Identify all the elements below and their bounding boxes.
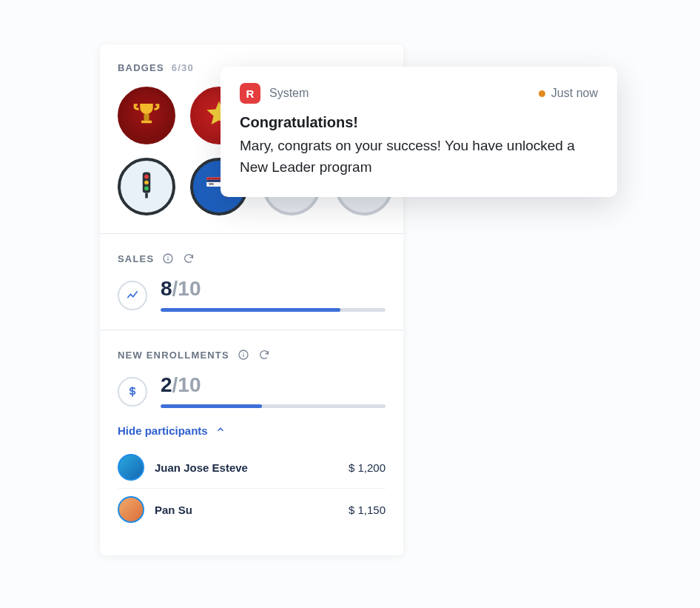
enrollments-metric: 2/10 bbox=[118, 375, 386, 408]
badge-traffic-light[interactable] bbox=[118, 158, 175, 216]
avatar bbox=[118, 496, 144, 523]
sales-value: 8/10 bbox=[161, 278, 386, 299]
badges-count: 6/30 bbox=[172, 62, 194, 73]
svg-rect-1 bbox=[141, 121, 152, 124]
app-icon: R bbox=[240, 83, 260, 104]
toast-header: R System Just now bbox=[240, 83, 598, 104]
sales-title: SALES bbox=[118, 253, 154, 264]
sales-progress-fill bbox=[161, 308, 340, 312]
participant-amount: $ 1,200 bbox=[349, 461, 386, 474]
enrollments-progress bbox=[161, 404, 386, 408]
app-icon-initial: R bbox=[246, 87, 255, 100]
refresh-icon[interactable] bbox=[258, 348, 271, 361]
enrollments-metric-body: 2/10 bbox=[161, 375, 386, 408]
svg-rect-8 bbox=[145, 193, 148, 198]
sales-progress bbox=[161, 308, 386, 312]
enrollments-header: NEW ENROLLMENTS bbox=[118, 348, 386, 361]
status-dot-icon bbox=[539, 90, 545, 97]
participant-name: Pan Su bbox=[155, 504, 338, 516]
sales-metric: 8/10 bbox=[118, 278, 386, 312]
info-icon[interactable] bbox=[161, 252, 175, 265]
sales-metric-body: 8/10 bbox=[161, 278, 386, 312]
svg-text:WE: WE bbox=[209, 182, 214, 186]
hide-participants-toggle[interactable]: Hide participants bbox=[118, 424, 226, 437]
toast-time-text: Just now bbox=[551, 87, 598, 100]
toast-app-name: System bbox=[269, 87, 309, 100]
participants-list: Juan Jose Esteve $ 1,200 Pan Su $ 1,150 bbox=[118, 447, 386, 530]
info-icon[interactable] bbox=[237, 348, 250, 361]
enrollments-section: NEW ENROLLMENTS 2/10 Hide particip bbox=[100, 330, 403, 548]
trend-icon bbox=[118, 281, 147, 310]
svg-point-18 bbox=[168, 256, 169, 257]
enrollments-title: NEW ENROLLMENTS bbox=[118, 350, 229, 361]
hide-participants-label: Hide participants bbox=[118, 424, 208, 437]
badge-trophy[interactable] bbox=[118, 87, 175, 144]
enrollments-current: 2 bbox=[161, 373, 172, 396]
list-item[interactable]: Juan Jose Esteve $ 1,200 bbox=[118, 447, 386, 488]
svg-point-7 bbox=[144, 187, 149, 191]
sales-header: SALES bbox=[118, 252, 386, 265]
chevron-up-icon bbox=[215, 424, 226, 437]
badges-title: BADGES bbox=[118, 62, 164, 73]
toast-message: Mary, congrats on your success! You have… bbox=[240, 136, 598, 178]
svg-point-6 bbox=[144, 181, 149, 185]
sales-current: 8 bbox=[161, 277, 172, 300]
dollar-icon bbox=[118, 377, 147, 407]
enrollments-denom: /10 bbox=[172, 373, 201, 396]
sales-denom: /10 bbox=[172, 277, 201, 300]
svg-point-21 bbox=[243, 353, 243, 353]
refresh-icon[interactable] bbox=[182, 252, 195, 265]
list-item[interactable]: Pan Su $ 1,150 bbox=[118, 488, 386, 530]
participant-amount: $ 1,150 bbox=[349, 504, 386, 516]
enrollments-progress-fill bbox=[161, 404, 262, 408]
toast-title: Congratulations! bbox=[240, 114, 598, 131]
notification-toast[interactable]: R System Just now Congratulations! Mary,… bbox=[221, 67, 617, 197]
participant-name: Juan Jose Esteve bbox=[155, 461, 338, 474]
sales-section: SALES 8/10 bbox=[100, 234, 403, 330]
trophy-icon bbox=[131, 98, 162, 133]
toast-timestamp: Just now bbox=[539, 87, 598, 100]
enrollments-value: 2/10 bbox=[161, 375, 386, 395]
traffic-light-icon bbox=[131, 170, 162, 204]
svg-rect-0 bbox=[144, 114, 149, 121]
avatar bbox=[118, 454, 144, 481]
svg-point-5 bbox=[144, 175, 149, 179]
